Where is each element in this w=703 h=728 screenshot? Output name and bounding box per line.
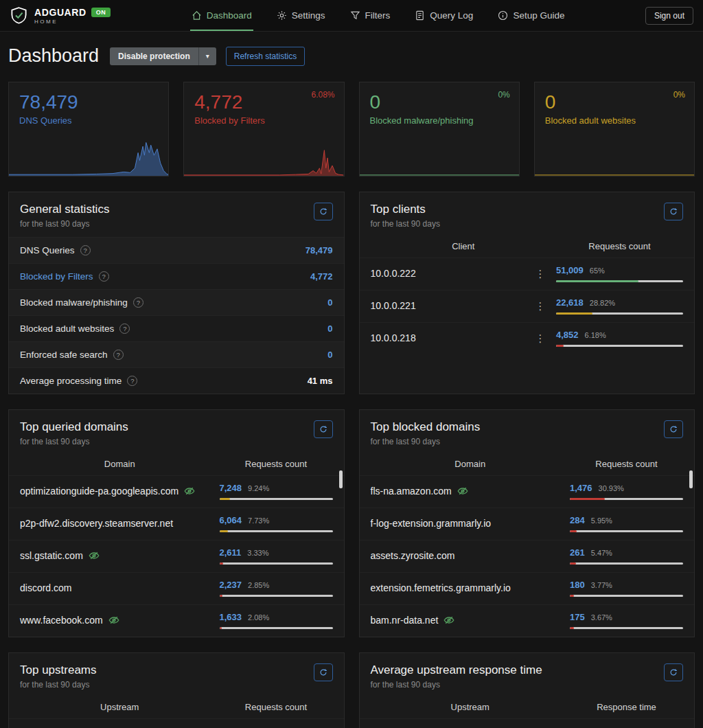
dashboard-page: Dashboard Disable protection ▾ Refresh s… — [0, 45, 703, 728]
client-address[interactable]: 10.0.0.221 — [371, 300, 416, 311]
card-subtitle: for the last 90 days — [20, 680, 97, 690]
domain-name: www.facebook.com — [20, 615, 119, 626]
table-header: Domain Requests count — [9, 455, 344, 475]
requests-percent: 7.73% — [248, 516, 269, 525]
general-statistics-rows: DNS Queries?78,479Blocked by Filters?4,7… — [9, 237, 344, 394]
domain-row: bam.nr-data.net1753.67% — [360, 604, 695, 637]
stat-percent: 0% — [673, 90, 685, 100]
brand: ADGUARD ON HOME — [10, 0, 111, 31]
requests-count: 7,248 — [220, 483, 242, 493]
help-icon[interactable]: ? — [127, 376, 137, 386]
requests-percent: 30.93% — [599, 484, 624, 492]
stat-row-value: 41 ms — [308, 376, 333, 386]
refresh-card-button[interactable] — [664, 203, 683, 220]
table-header: Client Requests count — [360, 237, 695, 258]
domain-row: optimizationguide-pa.googleapis.com7,248… — [9, 475, 344, 508]
progress-bar — [220, 627, 333, 629]
refresh-card-button[interactable] — [664, 420, 683, 438]
kebab-menu-icon[interactable]: ⋮ — [534, 333, 546, 343]
requests-count: 284 — [570, 515, 585, 525]
progress-bar — [570, 562, 683, 565]
progress-bar — [556, 312, 683, 315]
stat-row-label[interactable]: Blocked by Filters? — [20, 271, 109, 282]
stat-label: Blocked by Filters — [194, 115, 333, 126]
progress-bar — [556, 280, 683, 282]
domain-name: optimizationguide-pa.googleapis.com — [20, 486, 195, 497]
client-address[interactable]: 10.0.0.222 — [371, 268, 416, 279]
refresh-icon — [319, 668, 327, 676]
sparkline-chart — [535, 137, 694, 176]
top-clients-rows: 10.0.0.222⋮51,00965%10.0.0.221⋮22,61828.… — [360, 258, 695, 354]
client-address[interactable]: 10.0.0.218 — [371, 332, 416, 343]
refresh-icon — [669, 668, 678, 676]
refresh-statistics-button[interactable]: Refresh statistics — [226, 47, 305, 66]
column-header-domain: Domain — [20, 459, 220, 469]
general-stat-row: DNS Queries?78,479 — [9, 237, 344, 263]
domain-name: bam.nr-data.net — [371, 615, 455, 626]
scrollbar-thumb[interactable] — [339, 470, 343, 488]
refresh-card-button[interactable] — [314, 203, 333, 220]
domain-name: p2p-dfw2.discovery.steamserver.net — [20, 518, 173, 529]
general-statistics-card: General statistics for the last 90 days … — [8, 192, 345, 394]
top-blocked-rows: fls-na.amazon.com1,47630.93%f-log-extens… — [360, 475, 695, 637]
domain-name: assets.zyrosite.com — [371, 550, 455, 561]
nav-item-label: Dashboard — [207, 10, 252, 21]
eye-off-icon — [89, 550, 100, 561]
requests-percent: 2.08% — [248, 613, 269, 622]
stat-row-value: 0 — [327, 350, 332, 360]
help-icon[interactable]: ? — [113, 350, 124, 360]
requests-percent: 9.24% — [248, 484, 269, 492]
top-queried-domains-card: Top queried domains for the last 90 days… — [8, 409, 345, 637]
scrollbar-thumb[interactable] — [689, 470, 693, 488]
nav-item-filters[interactable]: Filters — [349, 0, 392, 31]
help-icon[interactable]: ? — [99, 271, 109, 282]
nav-item-setup-guide[interactable]: Setup Guide — [496, 0, 566, 31]
domain-row: ssl.gstatic.com2,6113.33% — [9, 540, 344, 572]
top-blocked-domains-card: Top blocked domains for the last 90 days… — [359, 409, 695, 637]
domain-name: fls-na.amazon.com — [371, 486, 468, 497]
refresh-card-button[interactable] — [664, 663, 683, 681]
chevron-down-icon: ▾ — [206, 52, 209, 60]
stat-label: DNS Queries — [19, 115, 158, 126]
stat-card-blocked-malware-phishing: 0%0Blocked malware/phishing — [359, 82, 520, 177]
card-title: Top upstreams — [20, 663, 97, 677]
disable-protection-caret-button[interactable]: ▾ — [198, 47, 216, 65]
refresh-card-button[interactable] — [314, 663, 333, 681]
stat-card-blocked-adult-websites: 0%0Blocked adult websites — [534, 82, 695, 177]
nav-item-label: Settings — [292, 10, 325, 21]
top-navbar: ADGUARD ON HOME DashboardSettingsFilters… — [0, 0, 703, 32]
refresh-card-button[interactable] — [314, 420, 333, 438]
requests-count: 2,611 — [220, 547, 242, 558]
nav-item-query-log[interactable]: Query Log — [413, 0, 474, 31]
column-header-requests: Requests count — [570, 459, 683, 469]
upstream-row: https://dns.google:443/dns-query36,08157… — [9, 718, 344, 728]
gear-icon — [277, 10, 287, 21]
stat-value: 0 — [370, 91, 509, 113]
stat-row-value: 0 — [327, 297, 332, 308]
progress-bar — [220, 595, 333, 597]
top-upstreams-rows: https://dns.google:443/dns-query36,08157… — [9, 718, 344, 728]
stat-row-label: DNS Queries? — [20, 245, 91, 255]
nav-item-dashboard[interactable]: Dashboard — [190, 0, 253, 31]
table-header: Upstream Requests count — [9, 698, 344, 718]
disable-protection-split-button: Disable protection ▾ — [110, 47, 216, 65]
help-icon[interactable]: ? — [80, 245, 91, 255]
nav-item-settings[interactable]: Settings — [275, 0, 327, 31]
kebab-menu-icon[interactable]: ⋮ — [534, 301, 546, 311]
general-stat-row: Blocked by Filters?4,772 — [9, 263, 344, 289]
sign-out-button[interactable]: Sign out — [645, 7, 693, 25]
help-icon[interactable]: ? — [119, 323, 130, 334]
client-row: 10.0.0.222⋮51,00965% — [360, 258, 695, 290]
kebab-menu-icon[interactable]: ⋮ — [534, 269, 546, 279]
progress-bar — [570, 530, 683, 532]
card-title: Top blocked domains — [371, 420, 481, 434]
disable-protection-button[interactable]: Disable protection — [110, 47, 198, 65]
help-icon[interactable]: ? — [133, 297, 143, 308]
domain-row: discord.com2,2372.85% — [9, 572, 344, 604]
requests-percent: 65% — [590, 266, 605, 275]
general-stat-row: Enforced safe search?0 — [9, 341, 344, 367]
stat-row-label: Enforced safe search? — [20, 350, 124, 360]
requests-percent: 28.82% — [590, 299, 615, 307]
table-header: Domain Requests count — [360, 455, 695, 475]
filter-icon — [350, 10, 360, 21]
